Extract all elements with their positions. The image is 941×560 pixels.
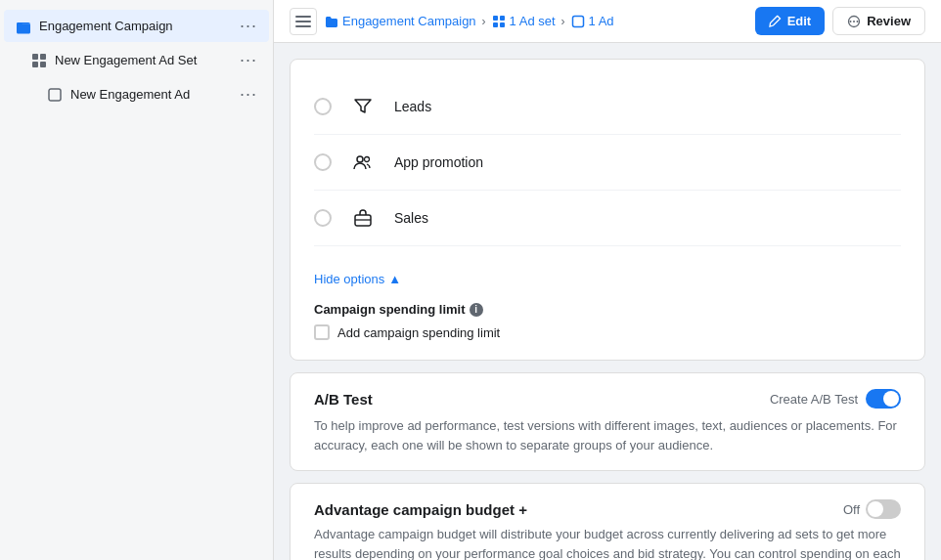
edit-button[interactable]: Edit <box>755 7 826 35</box>
breadcrumb-ad-set[interactable]: 1 Ad set <box>492 14 556 28</box>
topbar-actions: Edit Review <box>755 7 925 35</box>
breadcrumb-sep-2: › <box>561 15 565 28</box>
hide-options-link[interactable]: Hide options ▲ <box>314 272 401 286</box>
options-card: Leads App promotion <box>290 59 925 361</box>
grid-icon <box>31 53 47 68</box>
svg-rect-2 <box>40 54 46 60</box>
sidebar-item-new-engagement-ad[interactable]: New Engagement Ad ··· <box>4 78 269 110</box>
breadcrumb-square-icon <box>571 15 585 28</box>
breadcrumb-folder-icon <box>325 16 338 27</box>
advantage-budget-toggle-row: Off <box>843 499 901 519</box>
advantage-budget-off-label: Off <box>843 502 860 517</box>
option-leads[interactable]: Leads <box>314 79 901 135</box>
breadcrumb-ad[interactable]: 1 Ad <box>571 14 614 28</box>
folder-icon <box>16 19 31 34</box>
ab-test-toggle[interactable] <box>866 389 901 409</box>
sidebar-more-engagement-campaign[interactable]: ··· <box>240 16 257 36</box>
breadcrumb-engagement-campaign[interactable]: Engagement Campaign <box>325 14 476 28</box>
app-promotion-icon-wrap <box>345 145 381 180</box>
review-button[interactable]: Review <box>832 7 925 35</box>
app-promotion-label: App promotion <box>394 154 483 170</box>
sidebar-more-new-engagement-ad-set[interactable]: ··· <box>240 50 257 70</box>
chevron-up-icon: ▲ <box>388 272 401 286</box>
sales-icon-wrap <box>345 200 381 236</box>
content-area: Leads App promotion <box>274 43 941 560</box>
option-sales[interactable]: Sales <box>314 191 901 246</box>
ab-toggle-row: Create A/B Test <box>770 389 901 409</box>
breadcrumb: Engagement Campaign › 1 Ad set › 1 Ad <box>325 14 747 28</box>
svg-rect-5 <box>49 89 61 101</box>
info-icon[interactable]: i <box>470 303 483 317</box>
spending-limit-checkbox[interactable] <box>314 324 330 340</box>
breadcrumb-sep-1: › <box>482 15 486 28</box>
svg-rect-7 <box>295 21 311 22</box>
advantage-budget-toggle-knob <box>868 501 883 517</box>
ab-test-card: A/B Test Create A/B Test To help improve… <box>290 372 925 471</box>
svg-rect-8 <box>295 25 311 27</box>
main-area: Engagement Campaign › 1 Ad set › 1 Ad <box>274 0 941 560</box>
advantage-budget-description: Advantage campaign budget will distribut… <box>314 525 901 560</box>
briefcase-icon <box>352 207 374 229</box>
svg-rect-10 <box>500 16 505 21</box>
advantage-budget-toggle[interactable] <box>866 499 901 519</box>
sidebar-label-new-engagement-ad: New Engagement Ad <box>70 87 232 102</box>
svg-rect-1 <box>32 54 38 60</box>
advantage-budget-card: Advantage campaign budget + Off Advantag… <box>290 483 925 560</box>
sidebar-more-new-engagement-ad[interactable]: ··· <box>240 84 257 105</box>
radio-leads[interactable] <box>314 98 332 115</box>
svg-point-19 <box>365 157 370 162</box>
advantage-budget-title: Advantage campaign budget + <box>314 501 527 518</box>
leads-label: Leads <box>394 99 431 114</box>
svg-point-17 <box>857 21 859 22</box>
sidebar-item-engagement-campaign[interactable]: Engagement Campaign ··· <box>4 10 269 42</box>
advantage-budget-header: Advantage campaign budget + Off <box>314 499 901 519</box>
ab-toggle-knob <box>883 391 899 407</box>
svg-rect-13 <box>572 16 583 26</box>
svg-rect-3 <box>32 62 38 67</box>
edit-icon <box>769 15 782 27</box>
sidebar-label-new-engagement-ad-set: New Engagement Ad Set <box>55 53 232 67</box>
svg-point-16 <box>853 21 855 22</box>
ab-test-description: To help improve ad performance, test ver… <box>314 416 901 454</box>
radio-sales[interactable] <box>314 209 332 227</box>
leads-icon-wrap <box>345 89 381 124</box>
topbar: Engagement Campaign › 1 Ad set › 1 Ad <box>274 0 941 43</box>
review-icon <box>847 15 861 28</box>
filter-icon <box>352 96 374 117</box>
svg-rect-4 <box>40 62 46 67</box>
sales-label: Sales <box>394 210 428 226</box>
ab-test-title: A/B Test <box>314 391 373 408</box>
svg-point-15 <box>850 21 852 22</box>
sidebar-item-new-engagement-ad-set[interactable]: New Engagement Ad Set ··· <box>4 44 269 76</box>
svg-rect-9 <box>493 16 498 21</box>
square-icon <box>47 87 63 103</box>
spending-limit-section: Campaign spending limit i Add campaign s… <box>314 302 901 340</box>
svg-rect-11 <box>493 22 498 27</box>
spending-limit-title: Campaign spending limit i <box>314 302 901 317</box>
people-icon <box>352 151 374 173</box>
svg-rect-12 <box>500 22 505 27</box>
sidebar-toggle-button[interactable] <box>290 8 317 35</box>
sidebar-label-engagement-campaign: Engagement Campaign <box>39 19 232 33</box>
spending-limit-checkbox-label: Add campaign spending limit <box>337 325 500 340</box>
svg-point-18 <box>357 156 363 162</box>
ab-card-header: A/B Test Create A/B Test <box>314 389 901 409</box>
sidebar: Engagement Campaign ··· New Engagement A… <box>0 0 274 560</box>
breadcrumb-grid-icon <box>492 15 506 28</box>
radio-app-promotion[interactable] <box>314 153 332 171</box>
spending-limit-checkbox-row[interactable]: Add campaign spending limit <box>314 324 901 340</box>
option-app-promotion[interactable]: App promotion <box>314 135 901 191</box>
ab-toggle-label: Create A/B Test <box>770 392 858 407</box>
hide-options-row: Hide options ▲ <box>314 260 901 286</box>
svg-rect-6 <box>295 16 311 18</box>
